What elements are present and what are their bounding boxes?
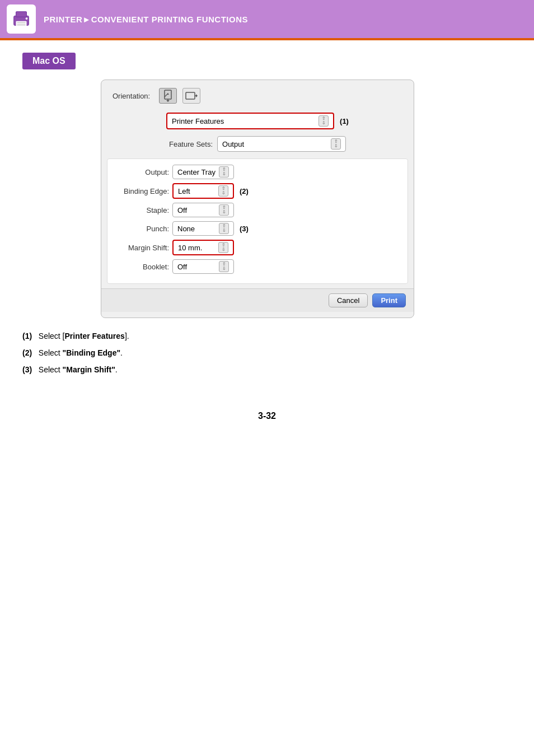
orientation-label: Orientation: — [113, 92, 150, 100]
punch-label: Punch: — [115, 225, 169, 233]
header-icon-box — [7, 4, 36, 34]
instruction-1-num: (1) — [22, 332, 32, 340]
header: PRINTER►CONVENIENT PRINTING FUNCTIONS — [0, 0, 534, 38]
features-spinner[interactable]: ⇧⇩ — [318, 115, 329, 127]
instruction-2-text: Select "Binding Edge". — [39, 348, 123, 357]
binding-edge-spinner[interactable]: ⇧⇩ — [218, 185, 228, 197]
step1-label: (1) — [340, 117, 349, 125]
printer-features-select[interactable]: Printer Features ⇧⇩ — [166, 113, 334, 129]
svg-rect-4 — [17, 25, 25, 26]
svg-marker-10 — [167, 93, 169, 95]
punch-row: Punch: None ⇧⇩ (3) — [115, 221, 400, 236]
instruction-2-num: (2) — [22, 348, 32, 357]
output-spinner[interactable]: ⇧⇩ — [219, 166, 229, 178]
punch-spinner[interactable]: ⇧⇩ — [219, 223, 229, 234]
output-label: Output: — [115, 168, 169, 176]
staple-value[interactable]: Off ⇧⇩ — [172, 203, 234, 217]
feature-sets-value: Output — [222, 140, 244, 148]
instruction-1: (1) Select [Printer Features]. — [22, 328, 534, 344]
instruction-3-num: (3) — [22, 365, 32, 374]
print-dialog: Orientation: Prin — [101, 80, 414, 318]
orientation-landscape-btn[interactable] — [182, 88, 200, 104]
instruction-3-text: Select "Margin Shift". — [39, 365, 118, 374]
booklet-label: Booklet: — [115, 263, 169, 271]
binding-edge-row: Binding Edge: Left ⇧⇩ (2) — [115, 183, 400, 199]
page-number: 3-32 — [0, 411, 534, 421]
landscape-icon — [185, 91, 198, 101]
margin-shift-value[interactable]: 10 mm. ⇧⇩ — [172, 240, 234, 255]
svg-rect-3 — [17, 22, 25, 24]
svg-rect-1 — [16, 12, 27, 17]
booklet-value[interactable]: Off ⇧⇩ — [172, 259, 234, 274]
printer-features-value: Printer Features — [172, 117, 224, 125]
binding-edge-label: Binding Edge: — [115, 187, 169, 195]
feature-sets-select[interactable]: Output ⇧⇩ — [217, 136, 346, 152]
staple-label: Staple: — [115, 206, 169, 214]
orientation-portrait-btn[interactable] — [159, 88, 177, 104]
margin-shift-label: Margin Shift: — [115, 244, 169, 252]
svg-rect-11 — [186, 92, 195, 99]
svg-marker-13 — [196, 94, 198, 97]
macos-badge: Mac OS — [0, 40, 534, 80]
print-button[interactable]: Print — [372, 293, 406, 307]
margin-shift-row: Margin Shift: 10 mm. ⇧⇩ — [115, 240, 400, 255]
instruction-3: (3) Select "Margin Shift". — [22, 362, 534, 377]
instruction-1-text: Select [Printer Features]. — [39, 332, 129, 340]
output-value[interactable]: Center Tray ⇧⇩ — [172, 165, 234, 179]
binding-edge-value[interactable]: Left ⇧⇩ — [172, 183, 234, 199]
booklet-spinner[interactable]: ⇧⇩ — [219, 261, 229, 272]
staple-spinner[interactable]: ⇧⇩ — [219, 204, 229, 216]
svg-marker-8 — [166, 100, 170, 102]
cancel-button[interactable]: Cancel — [329, 293, 368, 307]
feature-sets-spinner[interactable]: ⇧⇩ — [331, 138, 341, 150]
portrait-icon — [163, 90, 173, 102]
features-row: Printer Features ⇧⇩ (1) — [101, 109, 414, 133]
svg-point-5 — [26, 17, 28, 20]
content-area: Output: Center Tray ⇧⇩ Binding Edge: Lef… — [107, 158, 408, 284]
bottom-row: Cancel Print — [101, 288, 414, 312]
dialog-box: Orientation: Prin — [101, 80, 414, 318]
staple-row: Staple: Off ⇧⇩ — [115, 203, 400, 217]
step2-label: (2) — [240, 187, 249, 195]
instruction-2: (2) Select "Binding Edge". — [22, 345, 534, 361]
booklet-row: Booklet: Off ⇧⇩ — [115, 259, 400, 274]
step3-label: (3) — [240, 225, 249, 233]
margin-shift-spinner[interactable]: ⇧⇩ — [218, 242, 228, 253]
feature-sets-label: Feature Sets: — [169, 140, 213, 148]
instructions: (1) Select [Printer Features]. (2) Selec… — [22, 328, 534, 377]
punch-value[interactable]: None ⇧⇩ — [172, 221, 234, 236]
feature-sets-row: Feature Sets: Output ⇧⇩ — [101, 133, 414, 155]
header-title: PRINTER►CONVENIENT PRINTING FUNCTIONS — [44, 15, 248, 24]
printer-icon — [11, 8, 32, 30]
orientation-row: Orientation: — [101, 80, 414, 109]
output-row: Output: Center Tray ⇧⇩ — [115, 165, 400, 179]
